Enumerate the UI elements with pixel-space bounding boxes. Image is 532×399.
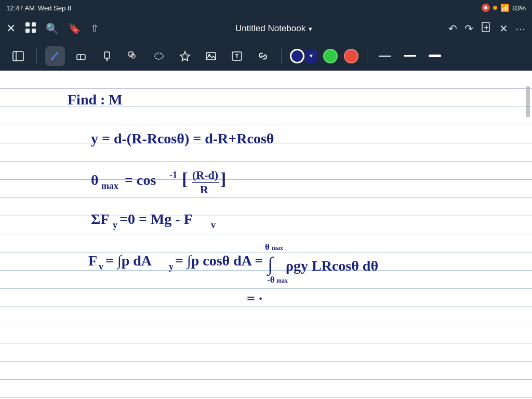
time-display: 12:47 AM (6, 4, 35, 12)
svg-text:max: max (272, 244, 283, 251)
svg-rect-0 (25, 22, 30, 26)
bookmark-button[interactable]: 🔖 (68, 22, 81, 35)
svg-text:(R-d): (R-d) (192, 168, 218, 181)
stroke-medium-button[interactable] (401, 47, 419, 65)
color-dropdown-button[interactable]: ▼ (305, 49, 317, 63)
battery-display: 83% (512, 4, 526, 12)
svg-text:y: y (113, 220, 117, 230)
close-doc-button[interactable]: ✕ (499, 22, 508, 35)
notebook-canvas[interactable]: Find : M y = d-(R-Rcosθ) = d-R+Rcosθ θ m… (0, 71, 532, 399)
toolbar-separator-3 (367, 48, 367, 64)
svg-marker-19 (180, 51, 190, 61)
svg-text:y = d-(R-Rcosθ) = d-R+Rcosθ: y = d-(R-Rcosθ) = d-R+Rcosθ (91, 130, 274, 147)
svg-text:Find :  M: Find : M (68, 91, 123, 108)
svg-text:∫: ∫ (267, 253, 274, 276)
svg-text:=  ·: = · (247, 290, 262, 307)
svg-text:]: ] (220, 169, 226, 189)
handwriting-content: Find : M y = d-(R-Rcosθ) = d-R+Rcosθ θ m… (0, 71, 532, 399)
title-dropdown-icon[interactable]: ▾ (309, 25, 312, 33)
grid-view-button[interactable] (25, 22, 36, 36)
red-color-button[interactable] (344, 49, 358, 63)
dot-icon (493, 6, 497, 10)
sidebar-toggle-button[interactable] (8, 46, 28, 66)
add-page-button[interactable] (481, 22, 492, 36)
image-tool-button[interactable] (201, 46, 221, 66)
redo-button[interactable]: ↷ (464, 22, 473, 35)
svg-text:-1: -1 (169, 170, 177, 180)
status-right: 📶 83% (482, 4, 526, 12)
eraser-tool-button[interactable] (71, 46, 91, 66)
search-button[interactable]: 🔍 (46, 22, 59, 35)
highlighter-tool-button[interactable] (97, 46, 117, 66)
record-icon (482, 4, 490, 12)
notebook-title: Untitled Notebook (235, 23, 305, 34)
stroke-medium-indicator (404, 55, 416, 57)
stroke-thick-indicator (429, 55, 441, 57)
svg-text:R: R (200, 183, 209, 196)
dark-blue-color-button[interactable] (290, 49, 304, 63)
svg-rect-2 (25, 29, 30, 33)
svg-text:ΣF: ΣF (91, 211, 109, 227)
svg-rect-1 (32, 22, 36, 26)
svg-text:max: max (101, 181, 118, 191)
share-button[interactable]: ⇧ (90, 22, 99, 35)
svg-text:=0 = Mg - F: =0 = Mg - F (119, 211, 193, 227)
color-picker-group[interactable]: ▼ (290, 49, 317, 63)
text-tool-button[interactable]: T (227, 46, 247, 66)
svg-text:θ: θ (265, 242, 270, 252)
svg-line-9 (51, 52, 58, 60)
stroke-thin-indicator (379, 56, 391, 57)
toolbar-separator-2 (281, 48, 282, 64)
svg-text:[: [ (182, 169, 188, 189)
wifi-icon: 📶 (500, 4, 509, 12)
svg-text:max: max (276, 277, 288, 284)
svg-text:= cos: = cos (125, 172, 156, 188)
green-color-button[interactable] (323, 49, 338, 63)
svg-text:v: v (211, 220, 216, 230)
date-display: Wed Sep 8 (38, 4, 71, 12)
svg-line-11 (51, 58, 52, 60)
status-left: 12:47 AM Wed Sep 8 (6, 4, 71, 12)
stroke-thin-button[interactable] (376, 47, 394, 65)
svg-rect-12 (77, 55, 85, 60)
favorites-tool-button[interactable] (175, 46, 195, 66)
toolbar: T ▼ (0, 42, 532, 71)
svg-rect-20 (206, 52, 216, 60)
undo-button[interactable]: ↶ (448, 22, 457, 35)
svg-text:-θ: -θ (267, 275, 275, 285)
svg-rect-14 (104, 52, 110, 58)
title-center[interactable]: Untitled Notebook ▾ (235, 23, 312, 34)
svg-rect-7 (13, 51, 23, 61)
svg-text:ρgy LRcosθ dθ: ρgy LRcosθ dθ (286, 258, 378, 274)
svg-point-18 (155, 53, 163, 59)
svg-text:T: T (235, 54, 238, 59)
svg-rect-4 (482, 22, 489, 32)
link-tool-button[interactable] (253, 46, 273, 66)
svg-text:v: v (99, 261, 103, 272)
stroke-thick-button[interactable] (425, 47, 444, 65)
title-bar: ✕ 🔍 🔖 ⇧ Untitled Notebook ▾ ↶ ↷ ✕ ··· (0, 16, 532, 42)
svg-text:= ∫p dA: = ∫p dA (105, 252, 152, 270)
shapes-tool-button[interactable] (123, 46, 143, 66)
title-right[interactable]: ↶ ↷ ✕ ··· (448, 22, 526, 36)
title-left[interactable]: ✕ 🔍 🔖 ⇧ (6, 22, 99, 36)
svg-text:θ: θ (91, 172, 99, 188)
status-bar: 12:47 AM Wed Sep 8 📶 83% (0, 0, 532, 16)
lasso-tool-button[interactable] (149, 46, 169, 66)
svg-text:= ∫p cosθ dA =: = ∫p cosθ dA = (175, 252, 263, 270)
svg-rect-3 (32, 29, 36, 33)
pen-tool-button[interactable] (45, 46, 65, 66)
scrollbar-thumb[interactable] (526, 86, 530, 117)
svg-text:y: y (169, 261, 174, 272)
close-window-button[interactable]: ✕ (6, 22, 16, 35)
svg-text:F: F (88, 252, 97, 269)
more-options-button[interactable]: ··· (515, 23, 526, 35)
toolbar-separator-1 (36, 48, 37, 64)
